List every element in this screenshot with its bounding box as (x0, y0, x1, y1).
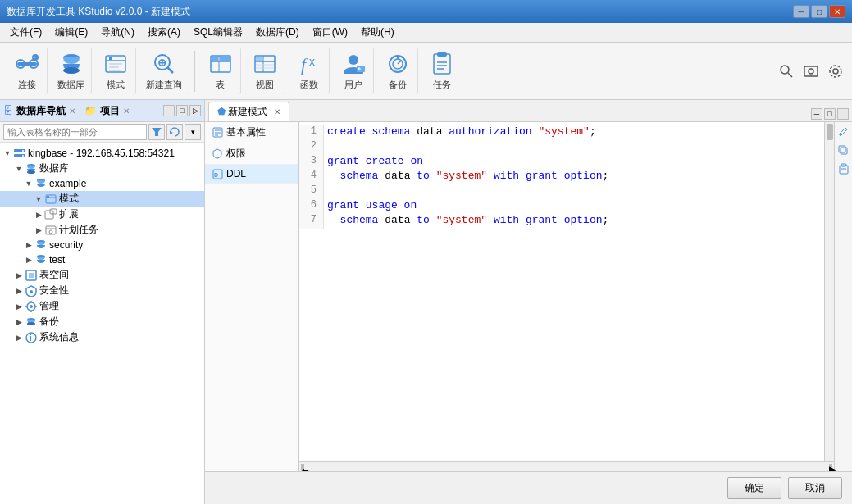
tree-item-example[interactable]: ▼ example (0, 176, 204, 191)
tab-area-more[interactable]: … (837, 108, 849, 120)
extension-label: 扩展 (59, 207, 79, 221)
schema-tree-icon (44, 193, 57, 206)
close-button[interactable]: ✕ (829, 5, 845, 18)
nav-more-btn[interactable]: ▾ (185, 124, 201, 140)
tab-close-button[interactable]: ✕ (274, 107, 280, 116)
svg-point-30 (349, 55, 358, 65)
tab-area-minimize[interactable]: ─ (811, 108, 822, 120)
menubar-item-sql[interactable]: SQL编辑器 (187, 24, 249, 41)
nav-restore-btn[interactable]: □ (176, 105, 188, 116)
svg-point-48 (830, 66, 841, 77)
toolbar-search-button[interactable] (777, 61, 796, 81)
prop-basic-label: 基本属性 (226, 125, 266, 139)
prop-perm[interactable]: 权限 (205, 143, 298, 165)
sidebar-pencil-icon[interactable] (836, 125, 851, 140)
code-line-3: 3 grant create on (299, 155, 822, 170)
tree-item-server[interactable]: ▼ kingbase - 192.168.45.158:54321 (0, 146, 204, 161)
toolbar-task[interactable]: 任务 (421, 48, 462, 94)
prop-basic-icon (212, 127, 223, 138)
svg-line-44 (788, 73, 792, 77)
menubar-item-e[interactable]: 编辑(E) (48, 24, 94, 41)
nav-expand-btn[interactable]: ▷ (189, 105, 201, 116)
tree-item-backup[interactable]: ▶ 备份 (0, 314, 204, 329)
code-line-2: 2 (299, 140, 822, 155)
toolbar-function[interactable]: f x 函数 (289, 48, 330, 94)
toolbar-schema[interactable]: 模式 (95, 48, 136, 94)
toolbar-database[interactable]: 数据库 (51, 48, 92, 94)
svg-line-37 (398, 61, 401, 64)
menubar-item-a[interactable]: 搜索(A) (141, 24, 187, 41)
sidebar-copy-icon[interactable] (836, 143, 851, 158)
toolbar-user[interactable]: 用户 (333, 48, 374, 94)
tree-item-security[interactable]: ▶ security (0, 238, 204, 252)
schema-expand-icon[interactable]: ▼ (33, 193, 44, 205)
toolbar-table[interactable]: 表 (200, 48, 241, 94)
security-main-expand-icon[interactable]: ▶ (13, 285, 25, 297)
manage-expand-icon[interactable]: ▶ (13, 301, 25, 312)
maximize-button[interactable]: □ (811, 5, 827, 18)
menubar-item-w[interactable]: 窗口(W) (306, 24, 354, 41)
toolbar-screenshot-button[interactable] (801, 61, 821, 81)
menubar-item-n[interactable]: 导航(N) (94, 24, 141, 41)
user-icon (340, 51, 367, 77)
toolbar-backup[interactable]: 备份 (377, 48, 418, 94)
sidebar-clipboard-icon[interactable] (836, 161, 851, 176)
example-expand-icon[interactable]: ▼ (23, 178, 34, 189)
extension-expand-icon[interactable]: ▶ (33, 209, 44, 220)
tree-item-tablespace[interactable]: ▶ 表空间 (0, 267, 204, 283)
minimize-button[interactable]: ─ (793, 5, 809, 18)
menubar-item-f[interactable]: 文件(F) (3, 24, 48, 41)
svg-rect-0 (17, 62, 37, 66)
security-expand-icon[interactable]: ▶ (23, 239, 34, 251)
cancel-button[interactable]: 取消 (788, 477, 842, 499)
backup-label: 备份 (389, 79, 407, 91)
toolbar-connect[interactable]: + 连接 (7, 48, 48, 94)
tree-item-test[interactable]: ▶ test (0, 252, 204, 267)
backup-tree-expand-icon[interactable]: ▶ (13, 316, 25, 328)
tree-item-databases[interactable]: ▼ 数据库 (0, 161, 204, 176)
content-tab-new-schema[interactable]: ⬟ 新建模式 ✕ (208, 102, 289, 121)
tablespace-label: 表空间 (39, 268, 69, 282)
scheduled-expand-icon[interactable]: ▶ (33, 225, 44, 236)
db-nav-icon: 🗄 (3, 105, 13, 116)
svg-point-78 (27, 322, 35, 325)
nav-refresh-btn[interactable] (166, 124, 183, 140)
prop-ddl[interactable]: D DDL (205, 165, 298, 184)
tree-item-manage[interactable]: ▶ 管理 (0, 298, 204, 314)
editor-scrollbar-h[interactable]: ◀ ▶ (299, 461, 834, 471)
tablespace-expand-icon[interactable]: ▶ (13, 270, 25, 281)
svg-rect-45 (804, 66, 818, 76)
prop-basic[interactable]: 基本属性 (205, 122, 298, 143)
tree-item-scheduled-tasks[interactable]: ▶ 计划任务 (0, 222, 204, 238)
databases-expand-icon[interactable]: ▼ (13, 163, 25, 175)
nav-minimize-btn[interactable]: ─ (163, 105, 175, 116)
database-icon (58, 51, 84, 77)
nav-close-x: ✕ (69, 107, 75, 116)
tree-item-security-main[interactable]: ▶ 安全性 (0, 283, 204, 298)
menubar-item-d[interactable]: 数据库(D) (249, 24, 306, 41)
server-expand-icon[interactable]: ▼ (2, 148, 13, 159)
menubar-item-h[interactable]: 帮助(H) (354, 24, 401, 41)
security-main-icon (25, 284, 38, 297)
toolbar-settings-button[interactable] (826, 61, 845, 81)
security-label: security (49, 239, 83, 251)
tab-area-restore[interactable]: □ (824, 108, 836, 120)
editor-scrollbar-v[interactable] (824, 122, 834, 461)
test-expand-icon[interactable]: ▶ (23, 254, 34, 266)
nav-filter-input[interactable] (3, 124, 147, 140)
tree-item-sysinfo[interactable]: ▶ i 系统信息 (0, 329, 204, 345)
test-label: test (49, 254, 65, 266)
user-label: 用户 (344, 79, 362, 91)
filter-icon-btn[interactable] (148, 124, 165, 140)
tree-item-schema[interactable]: ▼ 模式 (0, 191, 204, 207)
tree-item-extension[interactable]: ▶ 扩展 (0, 207, 204, 222)
line-num-7: 7 (299, 214, 324, 229)
line-content-4: schema data to "system" with grant optio… (327, 170, 822, 184)
sysinfo-expand-icon[interactable]: ▶ (13, 332, 25, 343)
ok-button[interactable]: 确定 (727, 477, 781, 499)
svg-rect-89 (839, 146, 845, 152)
toolbar-new-query[interactable]: ⊕ 新建查询 (139, 48, 189, 94)
toolbar-view[interactable]: 视图 (244, 48, 285, 94)
code-editor-scroll[interactable]: 1 create schema data authorization "syst… (299, 122, 834, 461)
scheduled-icon (44, 224, 57, 237)
